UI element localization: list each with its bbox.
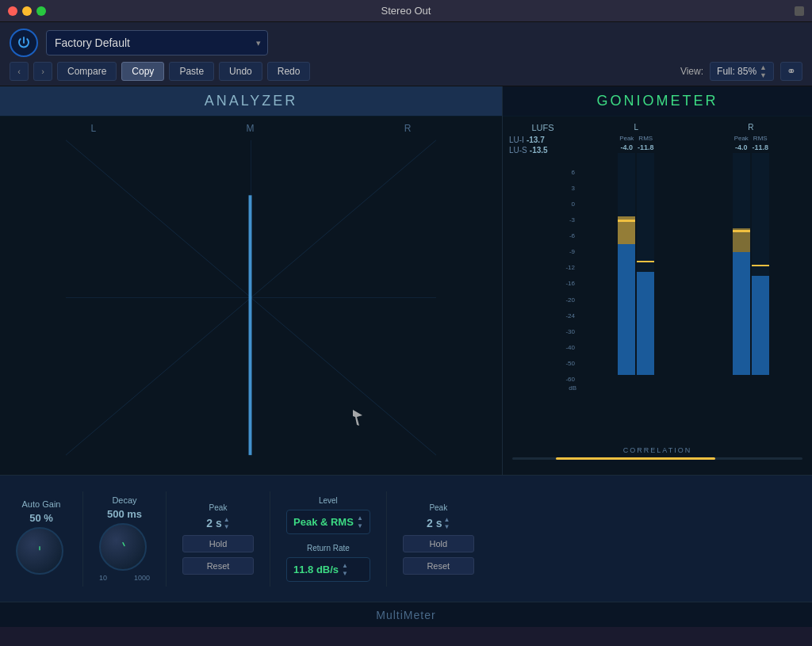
goniometer-panel: GONIOMETER LUFS LU-I -13.7 LU-S -13.5 xyxy=(503,86,812,475)
maximize-btn[interactable] xyxy=(36,6,46,16)
level-bars-section: L Peak -4.0 xyxy=(581,123,806,443)
decay-value: 500 ms xyxy=(107,508,142,520)
back-button[interactable]: ‹ xyxy=(10,62,29,81)
view-arrows-icon: ▲▼ xyxy=(760,63,767,79)
lu-s-label: LU-S xyxy=(509,146,527,155)
divider-2 xyxy=(166,491,167,587)
lufs-header: LUFS xyxy=(509,123,576,132)
peak-left-down-arrow[interactable]: ▼ xyxy=(224,524,230,530)
l-rms-label: RMS xyxy=(638,135,653,142)
undo-button[interactable]: Undo xyxy=(219,62,262,81)
titlebar: Stereo Out xyxy=(0,0,812,22)
analyzer-content[interactable]: L M R xyxy=(0,117,502,475)
return-rate-value: 11.8 dB/s xyxy=(293,564,339,575)
goniometer-content: LUFS LU-I -13.7 LU-S -13.5 6 3 0 -3 xyxy=(503,117,812,475)
r-peak-label: Peak xyxy=(734,135,749,142)
scale--24: -24 xyxy=(509,312,575,319)
scale--20: -20 xyxy=(509,296,575,304)
correlation-bar xyxy=(512,457,802,460)
compare-button[interactable]: Compare xyxy=(57,62,117,81)
preset-dropdown[interactable]: Factory Default ▾ xyxy=(46,30,268,55)
scale--30: -30 xyxy=(509,328,575,335)
link-button[interactable]: ⚭ xyxy=(780,62,802,81)
header-row1: Factory Default ▾ xyxy=(10,29,802,57)
svg-rect-8 xyxy=(249,195,252,455)
auto-gain-knob-body xyxy=(16,527,63,575)
correlation-fill xyxy=(556,457,715,460)
peak-right-up-arrow[interactable]: ▲ xyxy=(444,517,450,523)
redo-button[interactable]: Redo xyxy=(267,62,311,81)
forward-button[interactable]: › xyxy=(33,62,52,81)
preset-name: Factory Default xyxy=(55,36,245,49)
peak-right-label: Peak xyxy=(403,503,474,512)
expand-btn[interactable] xyxy=(795,6,804,16)
scale--3: -3 xyxy=(509,216,575,224)
footer-title: MultiMeter xyxy=(376,609,435,621)
power-button[interactable] xyxy=(10,29,38,57)
scale--40: -40 xyxy=(509,344,575,351)
peak-right-arrows[interactable]: ▲ ▼ xyxy=(444,517,450,530)
level-down-arrow[interactable]: ▼ xyxy=(357,522,363,529)
decay-label: Decay xyxy=(112,495,136,505)
auto-gain-knob[interactable] xyxy=(16,527,67,578)
peak-right-reset-button[interactable]: Reset xyxy=(403,557,474,575)
lu-i-value: -13.7 xyxy=(527,136,545,144)
l-peak-label: Peak xyxy=(619,135,634,142)
peak-right-down-arrow[interactable]: ▼ xyxy=(444,524,450,530)
decay-max: 1000 xyxy=(134,574,150,582)
scale--60: -60 xyxy=(509,376,575,383)
lu-i-label: LU-I xyxy=(509,136,524,144)
view-label: View: xyxy=(680,66,703,77)
window-title: Stereo Out xyxy=(381,5,431,17)
return-rate-down-arrow[interactable]: ▼ xyxy=(342,570,348,577)
scale-0: 0 xyxy=(509,201,575,208)
paste-button[interactable]: Paste xyxy=(169,62,214,81)
svg-line-4 xyxy=(66,140,251,298)
peak-right-hold-button[interactable]: Hold xyxy=(403,535,474,552)
return-rate-up-arrow[interactable]: ▲ xyxy=(342,562,348,569)
peak-left-hold-button[interactable]: Hold xyxy=(182,535,254,552)
l-rms-value: -11.8 xyxy=(638,143,654,151)
analyzer-panel: ANALYZER L M R xyxy=(0,86,503,475)
peak-left-arrows[interactable]: ▲ ▼ xyxy=(224,517,230,530)
correlation-area: CORRELATION xyxy=(503,443,812,463)
peak-left-label: Peak xyxy=(182,503,254,512)
peak-left-up-arrow[interactable]: ▲ xyxy=(224,517,230,523)
return-rate-dropdown[interactable]: 11.8 dB/s ▲ ▼ xyxy=(286,557,370,582)
peak-left-value-row: 2 s ▲ ▼ xyxy=(182,517,254,530)
scale--16: -16 xyxy=(509,280,575,287)
l-label: L xyxy=(634,123,638,132)
svg-line-15 xyxy=(123,543,124,546)
bottom-controls: Auto Gain 50 % Decay 500 ms xyxy=(0,475,812,602)
header-row2: ‹ › Compare Copy Paste Undo Redo View: F… xyxy=(10,62,802,81)
peak-left-reset-button[interactable]: Reset xyxy=(182,557,254,575)
view-dropdown[interactable]: Full: 85% ▲▼ xyxy=(710,62,774,81)
decay-min: 10 xyxy=(99,574,107,582)
svg-line-6 xyxy=(66,297,251,455)
svg-line-5 xyxy=(251,140,436,298)
correlation-label: CORRELATION xyxy=(512,446,802,454)
decay-knob[interactable] xyxy=(99,523,150,574)
svg-line-7 xyxy=(251,297,436,455)
level-dropdown[interactable]: Peak & RMS ▲ ▼ xyxy=(286,510,370,534)
auto-gain-group: Auto Gain 50 % xyxy=(16,499,67,578)
lu-s-value: -13.5 xyxy=(530,146,548,155)
view-section: View: Full: 85% ▲▼ ⚭ xyxy=(680,62,802,81)
level-group: Level Peak & RMS ▲ ▼ Return Rate 11.8 dB… xyxy=(286,496,370,582)
scale-3: 3 xyxy=(509,185,575,192)
titlebar-controls xyxy=(8,6,46,16)
view-value: Full: 85% xyxy=(717,66,756,77)
dropdown-arrow-icon: ▾ xyxy=(256,38,261,48)
goniometer-title: GONIOMETER xyxy=(503,86,812,117)
minimize-btn[interactable] xyxy=(22,6,32,16)
scale--12: -12 xyxy=(509,264,575,271)
scale-6: 6 xyxy=(509,169,575,176)
analyzer-display xyxy=(0,117,502,475)
copy-button[interactable]: Copy xyxy=(121,62,164,81)
peak-right-group: Peak 2 s ▲ ▼ Hold Reset xyxy=(403,503,474,575)
lufs-section: LUFS LU-I -13.7 LU-S -13.5 6 3 0 -3 xyxy=(509,123,576,443)
level-up-arrow[interactable]: ▲ xyxy=(357,514,363,522)
auto-gain-value: 50 % xyxy=(29,512,53,524)
close-btn[interactable] xyxy=(8,6,17,16)
footer: MultiMeter xyxy=(0,602,812,627)
